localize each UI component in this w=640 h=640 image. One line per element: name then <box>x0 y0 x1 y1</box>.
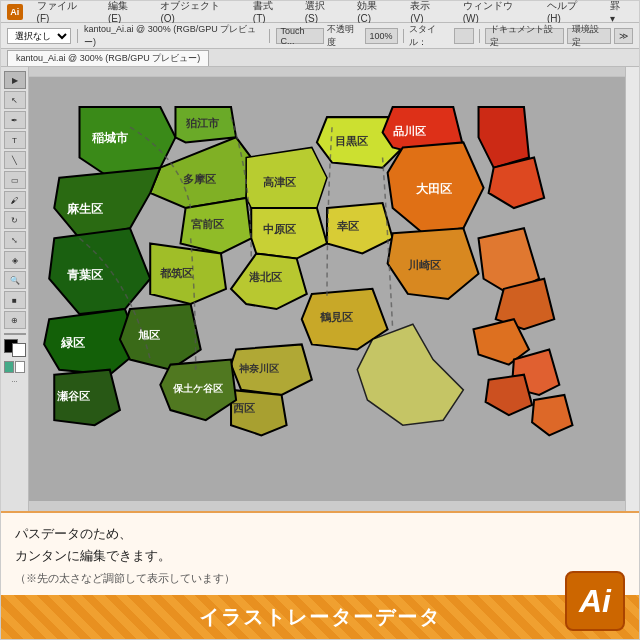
color-mode[interactable] <box>4 361 14 373</box>
svg-text:青葉区: 青葉区 <box>67 268 103 282</box>
svg-text:大田区: 大田区 <box>415 182 452 196</box>
color-swatches[interactable] <box>4 339 26 357</box>
svg-text:多摩区: 多摩区 <box>183 173 216 185</box>
separator-2 <box>269 29 270 43</box>
blend-tool[interactable]: ◈ <box>4 251 26 269</box>
direct-select-tool[interactable]: ↖ <box>4 91 26 109</box>
info-text: パスデータのため、 カンタンに編集できます。 （※先の太さなど調節して表示してい… <box>15 523 625 589</box>
gradient-mode[interactable] <box>15 361 25 373</box>
info-line2: カンタンに編集できます。 <box>15 548 171 563</box>
gradient-tool[interactable]: ■ <box>4 291 26 309</box>
svg-text:保土ケ谷区: 保土ケ谷区 <box>172 383 223 394</box>
doc-settings-btn[interactable]: ドキュメント設定 <box>485 28 564 44</box>
toolbox: ▶ ↖ ✒ T ╲ ▭ 🖌 ↻ ⤡ ◈ 🔍 ■ ⊕ ··· <box>1 67 29 511</box>
info-panel: パスデータのため、 カンタンに編集できます。 （※先の太さなど調節して表示してい… <box>1 511 639 595</box>
svg-text:瀬谷区: 瀬谷区 <box>57 390 90 402</box>
ai-logo-text: Ai <box>579 583 611 620</box>
svg-text:川崎区: 川崎区 <box>408 259 441 271</box>
toolbar: 選択なし kantou_Ai.ai @ 300% (RGB/GPU プレビュー)… <box>1 23 639 49</box>
toolbar-right: Touch C... 不透明度 100% スタイル： ドキュメント設定 環境設定… <box>276 23 633 49</box>
svg-text:鶴見区: 鶴見区 <box>319 311 353 323</box>
ai-logo-titlebar: Ai <box>7 4 23 20</box>
svg-text:港北区: 港北区 <box>249 271 282 283</box>
scale-tool[interactable]: ⤡ <box>4 231 26 249</box>
select-dropdown[interactable]: 選択なし <box>7 28 71 44</box>
more-tools[interactable]: ··· <box>11 377 18 386</box>
svg-text:中原区: 中原区 <box>263 223 296 235</box>
app-window: Ai ファイル(F) 編集(E) オブジェクト(O) 書式(T) 選択(S) 効… <box>0 0 640 640</box>
opacity-label: 不透明度 <box>327 23 361 49</box>
rect-tool[interactable]: ▭ <box>4 171 26 189</box>
right-panel <box>625 67 639 511</box>
brush-tool[interactable]: 🖌 <box>4 191 26 209</box>
eyedropper-tool[interactable]: 🔍 <box>4 271 26 289</box>
env-settings-btn[interactable]: 環境設定 <box>567 28 611 44</box>
svg-text:高津区: 高津区 <box>263 176 296 188</box>
file-name-label: kantou_Ai.ai @ 300% (RGB/GPU プレビュー) <box>84 23 263 49</box>
separator-1 <box>77 29 78 43</box>
svg-text:神奈川区: 神奈川区 <box>238 363 279 374</box>
style-label: スタイル： <box>409 23 452 49</box>
type-tool[interactable]: T <box>4 131 26 149</box>
more-btn[interactable]: ≫ <box>614 28 633 44</box>
info-line3: （※先の太さなど調節して表示しています） <box>15 572 235 584</box>
bottom-bar: イラストレーターデータ Ai <box>1 595 639 639</box>
svg-text:麻生区: 麻生区 <box>66 202 103 216</box>
bottom-title: イラストレーターデータ <box>199 604 441 631</box>
svg-text:狛江市: 狛江市 <box>185 117 220 129</box>
svg-text:宮前区: 宮前区 <box>191 218 224 230</box>
style-btn[interactable] <box>454 28 474 44</box>
zoom-tool[interactable]: ⊕ <box>4 311 26 329</box>
sep-4 <box>479 29 480 43</box>
sep-3 <box>403 29 404 43</box>
toolbar-select-section: 選択なし <box>7 28 71 44</box>
active-tab[interactable]: kantou_Ai.ai @ 300% (RGB/GPU プレビュー) <box>7 50 209 66</box>
tool-separator <box>4 333 26 335</box>
ai-logo-large: Ai <box>565 571 625 631</box>
touch-button[interactable]: Touch C... <box>276 28 325 44</box>
map-svg: 稲城市 狛江市 多摩区 高津区 目黒区 品川区 麻生区 宮前区 中原区 大田区 … <box>29 67 625 511</box>
main-area: ▶ ↖ ✒ T ╲ ▭ 🖌 ↻ ⤡ ◈ 🔍 ■ ⊕ ··· <box>1 67 639 511</box>
svg-text:緑区: 緑区 <box>60 336 85 350</box>
rotate-tool[interactable]: ↻ <box>4 211 26 229</box>
line-tool[interactable]: ╲ <box>4 151 26 169</box>
opacity-value[interactable]: 100% <box>365 28 398 44</box>
svg-text:目黒区: 目黒区 <box>335 135 368 147</box>
svg-text:幸区: 幸区 <box>337 220 359 232</box>
svg-text:稲城市: 稲城市 <box>91 131 129 145</box>
svg-text:品川区: 品川区 <box>393 125 426 137</box>
select-tool[interactable]: ▶ <box>4 71 26 89</box>
pen-tool[interactable]: ✒ <box>4 111 26 129</box>
mode-buttons <box>4 361 25 373</box>
tab-bar: kantou_Ai.ai @ 300% (RGB/GPU プレビュー) <box>1 49 639 67</box>
toolbar-file-info: kantou_Ai.ai @ 300% (RGB/GPU プレビュー) <box>84 23 263 49</box>
svg-text:都筑区: 都筑区 <box>159 267 193 279</box>
title-bar: Ai ファイル(F) 編集(E) オブジェクト(O) 書式(T) 選択(S) 効… <box>1 1 639 23</box>
canvas-area[interactable]: 稲城市 狛江市 多摩区 高津区 目黒区 品川区 麻生区 宮前区 中原区 大田区 … <box>29 67 625 511</box>
svg-text:旭区: 旭区 <box>138 329 160 341</box>
info-line1: パスデータのため、 <box>15 526 132 541</box>
svg-text:西区: 西区 <box>233 402 255 414</box>
